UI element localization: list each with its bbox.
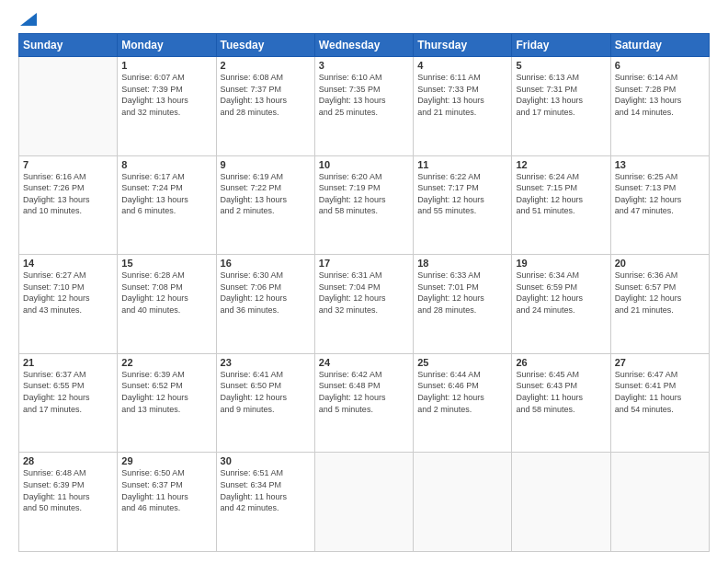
calendar-week-4: 21Sunrise: 6:37 AM Sunset: 6:55 PM Dayli… (19, 353, 710, 453)
day-number: 23 (221, 357, 311, 368)
day-number: 21 (23, 357, 113, 368)
day-info: Sunrise: 6:07 AM Sunset: 7:39 PM Dayligh… (121, 72, 211, 118)
calendar-week-3: 14Sunrise: 6:27 AM Sunset: 7:10 PM Dayli… (19, 255, 710, 354)
calendar-week-5: 28Sunrise: 6:48 AM Sunset: 6:39 PM Dayli… (19, 453, 710, 552)
day-number: 3 (319, 60, 409, 71)
calendar-cell: 17Sunrise: 6:31 AM Sunset: 7:04 PM Dayli… (314, 255, 413, 354)
calendar-cell: 14Sunrise: 6:27 AM Sunset: 7:10 PM Dayli… (19, 255, 118, 354)
calendar-cell: 12Sunrise: 6:24 AM Sunset: 7:15 PM Dayli… (512, 155, 610, 255)
calendar-cell: 29Sunrise: 6:50 AM Sunset: 6:37 PM Dayli… (118, 453, 216, 552)
day-number: 1 (121, 60, 211, 71)
page: SundayMondayTuesdayWednesdayThursdayFrid… (0, 0, 728, 563)
day-number: 4 (417, 60, 507, 71)
day-number: 26 (516, 357, 606, 368)
day-info: Sunrise: 6:39 AM Sunset: 6:52 PM Dayligh… (121, 369, 211, 415)
calendar-cell: 5Sunrise: 6:13 AM Sunset: 7:31 PM Daylig… (512, 57, 610, 156)
calendar-cell: 26Sunrise: 6:45 AM Sunset: 6:43 PM Dayli… (512, 353, 610, 453)
calendar-table: SundayMondayTuesdayWednesdayThursdayFrid… (18, 33, 710, 552)
day-info: Sunrise: 6:19 AM Sunset: 7:22 PM Dayligh… (221, 171, 311, 217)
calendar-cell: 27Sunrise: 6:47 AM Sunset: 6:41 PM Dayli… (610, 353, 709, 453)
day-info: Sunrise: 6:41 AM Sunset: 6:50 PM Dayligh… (221, 369, 311, 415)
calendar-cell: 18Sunrise: 6:33 AM Sunset: 7:01 PM Dayli… (414, 255, 512, 354)
calendar-cell: 19Sunrise: 6:34 AM Sunset: 6:59 PM Dayli… (512, 255, 610, 354)
day-info: Sunrise: 6:51 AM Sunset: 6:34 PM Dayligh… (221, 467, 311, 513)
day-number: 17 (319, 258, 409, 269)
weekday-header-sunday: Sunday (19, 34, 118, 57)
calendar-cell: 28Sunrise: 6:48 AM Sunset: 6:39 PM Dayli… (19, 453, 118, 552)
logo (18, 15, 37, 26)
calendar-week-1: 1Sunrise: 6:07 AM Sunset: 7:39 PM Daylig… (19, 57, 710, 156)
calendar-cell: 13Sunrise: 6:25 AM Sunset: 7:13 PM Dayli… (610, 155, 709, 255)
calendar-cell (314, 453, 413, 552)
day-info: Sunrise: 6:13 AM Sunset: 7:31 PM Dayligh… (516, 72, 606, 118)
header (18, 15, 710, 26)
day-info: Sunrise: 6:44 AM Sunset: 6:46 PM Dayligh… (417, 369, 507, 415)
day-number: 15 (121, 258, 211, 269)
day-number: 24 (319, 357, 409, 368)
calendar-cell: 6Sunrise: 6:14 AM Sunset: 7:28 PM Daylig… (610, 57, 709, 156)
weekday-header-thursday: Thursday (414, 34, 512, 57)
day-number: 20 (615, 258, 705, 269)
day-number: 29 (121, 455, 211, 466)
day-number: 30 (221, 455, 311, 466)
calendar-cell (414, 453, 512, 552)
day-info: Sunrise: 6:17 AM Sunset: 7:24 PM Dayligh… (121, 171, 211, 217)
calendar-cell: 22Sunrise: 6:39 AM Sunset: 6:52 PM Dayli… (118, 353, 216, 453)
day-number: 7 (23, 159, 113, 170)
calendar-cell: 9Sunrise: 6:19 AM Sunset: 7:22 PM Daylig… (216, 155, 314, 255)
day-info: Sunrise: 6:34 AM Sunset: 6:59 PM Dayligh… (516, 270, 606, 316)
day-info: Sunrise: 6:22 AM Sunset: 7:17 PM Dayligh… (417, 171, 507, 217)
day-number: 2 (221, 60, 311, 71)
calendar-cell: 3Sunrise: 6:10 AM Sunset: 7:35 PM Daylig… (314, 57, 413, 156)
day-info: Sunrise: 6:28 AM Sunset: 7:08 PM Dayligh… (121, 270, 211, 316)
day-number: 11 (417, 159, 507, 170)
calendar-cell: 2Sunrise: 6:08 AM Sunset: 7:37 PM Daylig… (216, 57, 314, 156)
calendar-cell: 20Sunrise: 6:36 AM Sunset: 6:57 PM Dayli… (610, 255, 709, 354)
day-info: Sunrise: 6:33 AM Sunset: 7:01 PM Dayligh… (417, 270, 507, 316)
day-info: Sunrise: 6:31 AM Sunset: 7:04 PM Dayligh… (319, 270, 409, 316)
weekday-header-saturday: Saturday (610, 34, 709, 57)
day-info: Sunrise: 6:14 AM Sunset: 7:28 PM Dayligh… (615, 72, 705, 118)
day-number: 14 (23, 258, 113, 269)
day-info: Sunrise: 6:42 AM Sunset: 6:48 PM Dayligh… (319, 369, 409, 415)
day-number: 8 (121, 159, 211, 170)
calendar-cell: 23Sunrise: 6:41 AM Sunset: 6:50 PM Dayli… (216, 353, 314, 453)
day-info: Sunrise: 6:36 AM Sunset: 6:57 PM Dayligh… (615, 270, 705, 316)
day-info: Sunrise: 6:24 AM Sunset: 7:15 PM Dayligh… (516, 171, 606, 217)
svg-marker-0 (20, 13, 37, 26)
weekday-header-friday: Friday (512, 34, 610, 57)
calendar-cell: 30Sunrise: 6:51 AM Sunset: 6:34 PM Dayli… (216, 453, 314, 552)
calendar-cell: 10Sunrise: 6:20 AM Sunset: 7:19 PM Dayli… (314, 155, 413, 255)
day-info: Sunrise: 6:10 AM Sunset: 7:35 PM Dayligh… (319, 72, 409, 118)
calendar-cell: 25Sunrise: 6:44 AM Sunset: 6:46 PM Dayli… (414, 353, 512, 453)
calendar-cell (512, 453, 610, 552)
day-info: Sunrise: 6:50 AM Sunset: 6:37 PM Dayligh… (121, 467, 211, 513)
calendar-cell (19, 57, 118, 156)
day-number: 19 (516, 258, 606, 269)
day-info: Sunrise: 6:47 AM Sunset: 6:41 PM Dayligh… (615, 369, 705, 415)
calendar-cell: 4Sunrise: 6:11 AM Sunset: 7:33 PM Daylig… (414, 57, 512, 156)
day-number: 28 (23, 455, 113, 466)
calendar-cell: 11Sunrise: 6:22 AM Sunset: 7:17 PM Dayli… (414, 155, 512, 255)
day-info: Sunrise: 6:27 AM Sunset: 7:10 PM Dayligh… (23, 270, 113, 316)
day-number: 6 (615, 60, 705, 71)
day-number: 5 (516, 60, 606, 71)
calendar-cell: 7Sunrise: 6:16 AM Sunset: 7:26 PM Daylig… (19, 155, 118, 255)
day-info: Sunrise: 6:48 AM Sunset: 6:39 PM Dayligh… (23, 467, 113, 513)
calendar-cell: 8Sunrise: 6:17 AM Sunset: 7:24 PM Daylig… (118, 155, 216, 255)
calendar-cell: 1Sunrise: 6:07 AM Sunset: 7:39 PM Daylig… (118, 57, 216, 156)
day-number: 13 (615, 159, 705, 170)
logo-icon (20, 13, 37, 26)
calendar-week-2: 7Sunrise: 6:16 AM Sunset: 7:26 PM Daylig… (19, 155, 710, 255)
day-number: 22 (121, 357, 211, 368)
weekday-header-tuesday: Tuesday (216, 34, 314, 57)
day-number: 25 (417, 357, 507, 368)
calendar-cell: 21Sunrise: 6:37 AM Sunset: 6:55 PM Dayli… (19, 353, 118, 453)
day-info: Sunrise: 6:37 AM Sunset: 6:55 PM Dayligh… (23, 369, 113, 415)
calendar-cell: 24Sunrise: 6:42 AM Sunset: 6:48 PM Dayli… (314, 353, 413, 453)
weekday-header-wednesday: Wednesday (314, 34, 413, 57)
day-info: Sunrise: 6:30 AM Sunset: 7:06 PM Dayligh… (221, 270, 311, 316)
day-number: 10 (319, 159, 409, 170)
weekday-header-monday: Monday (118, 34, 216, 57)
day-info: Sunrise: 6:11 AM Sunset: 7:33 PM Dayligh… (417, 72, 507, 118)
